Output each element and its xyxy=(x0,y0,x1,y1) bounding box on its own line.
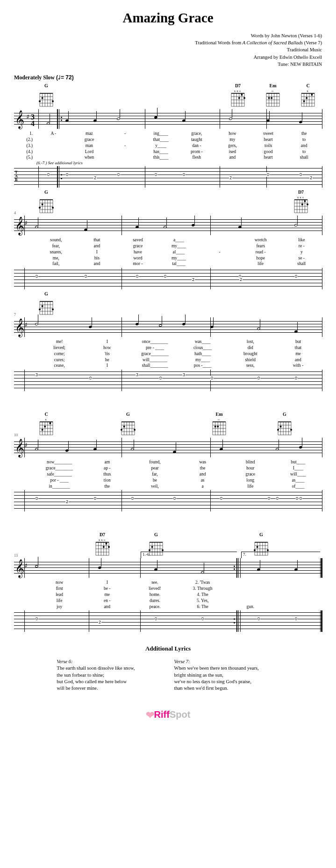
lyric-row: me,hiswordmy____hopese - xyxy=(14,255,322,261)
lyric-row: sound,thatsaveda____wretchlike xyxy=(14,237,322,243)
svg-point-163 xyxy=(103,546,105,548)
svg-point-179 xyxy=(162,549,164,551)
lyric-row: now________amfound,wasblindbut____ xyxy=(14,459,322,465)
chord-diagram-g: G xyxy=(37,189,55,214)
song-title: Amazing Grace xyxy=(14,10,322,26)
lyric-row: cease,Ishall________pos -____sess,with - xyxy=(14,363,322,369)
svg-point-122 xyxy=(121,429,122,431)
chord-diagram-d7: D7xxo xyxy=(229,83,247,108)
tablature-staff: 020000 xyxy=(14,610,322,632)
lyric-row: lifeen -dures.5. Yes, xyxy=(14,598,322,604)
chord-diagram-d7: D7xxo xyxy=(292,189,310,214)
svg-point-95 xyxy=(42,305,43,307)
svg-point-137 xyxy=(217,426,219,427)
svg-point-66 xyxy=(39,207,41,209)
svg-point-108 xyxy=(42,429,43,431)
chord-diagram-em: Emo xyxy=(210,412,228,436)
chord-diagram-g: G xyxy=(37,83,55,108)
tablature-staff: TAB 0020002002 xyxy=(14,166,322,188)
music-system: G D7xxo Emo Cx 𝄞 ♯ 34 1.A -maz-ing____gr… xyxy=(14,83,322,188)
lyric-row: in________theveil,alifeof____ xyxy=(14,483,322,490)
svg-point-94 xyxy=(39,308,41,310)
lyric-row: firstbe -lieved!3. Through xyxy=(14,586,322,592)
chord-diagram-c: Cx xyxy=(37,412,55,436)
svg-point-82 xyxy=(307,203,308,205)
treble-clef-icon: 𝄞 xyxy=(15,440,24,456)
tablature-staff: 0200000000 xyxy=(14,490,322,511)
svg-point-177 xyxy=(149,549,150,551)
lyrics-block: 1.A -maz-ing____grace,howsweetthe (2.)gr… xyxy=(14,131,322,165)
svg-point-81 xyxy=(304,200,306,202)
chord-diagram-g: G xyxy=(37,291,55,316)
lyrics-block: me!Ionce________was____lost,but lieved;h… xyxy=(14,339,322,369)
music-system: Cx G Emo G 10 𝄞 ♯ now________amfound,was… xyxy=(14,412,322,511)
lyric-row: (4.)Lordhas____prom -isedgoodto xyxy=(14,149,322,155)
lyric-row: joyandpeace.6. Thegun. xyxy=(14,604,322,610)
sheet-music-page: Amazing Grace Words by John Newton (Vers… xyxy=(0,0,336,735)
lyric-row: lieved;howpre - ____cious____didthat xyxy=(14,345,322,351)
additional-lyrics-section: Additional Lyrics Verse 6: The earth sha… xyxy=(14,645,322,692)
chord-diagram-c: Cx xyxy=(299,83,317,108)
lyric-row: (5.)whenthis____fleshandheartshall xyxy=(14,154,322,161)
lyric-row: (3.)man-y____dan -gers,toilsand xyxy=(14,143,322,149)
svg-point-27 xyxy=(243,97,245,99)
tab-label: TAB xyxy=(15,171,18,182)
additional-verse: Verse 7: When we've been there ten thous… xyxy=(174,659,279,692)
credit-line: Tune: NEW BRITAIN xyxy=(14,61,322,68)
svg-point-165 xyxy=(108,546,110,548)
treble-clef-icon: 𝄞 xyxy=(15,218,24,234)
credit-line: Words by John Newton (Verses 1-6) xyxy=(14,32,322,39)
svg-point-80 xyxy=(301,203,303,205)
lyric-row: 1.A -maz-ing____grace,howsweetthe xyxy=(14,131,322,137)
music-system: D7xxo G G 131.-6. 7. 𝄞 ♯ nowIsee.2. 'Twa… xyxy=(14,532,322,632)
chord-strip: G D7xxo Emo Cx xyxy=(14,83,322,108)
svg-point-149 xyxy=(277,429,279,431)
lyric-row: nowIsee.2. 'Twas xyxy=(14,580,322,586)
lyric-row: cures;hewill________my____shieldand xyxy=(14,357,322,363)
credits-block: Words by John Newton (Verses 1-6) Tradit… xyxy=(14,32,322,68)
treble-staff: 131.-6. 7. 𝄞 ♯ xyxy=(14,558,322,578)
svg-point-110 xyxy=(49,422,51,424)
lyric-row: snares,Ihaveal____-read -y xyxy=(14,249,322,255)
svg-point-67 xyxy=(42,203,43,205)
lyric-row: come;'tisgrace________hath____broughtme xyxy=(14,351,322,357)
music-system: G 7 𝄞 ♯ me!Ionce________was____lost,but … xyxy=(14,291,322,391)
treble-staff: 7 𝄞 ♯ xyxy=(14,317,322,337)
volta-1: 1.-6. xyxy=(141,552,237,558)
lyrics-block: nowIsee.2. 'Twas firstbe -lieved!3. Thro… xyxy=(14,580,322,609)
chord-diagram-g: G xyxy=(276,412,293,436)
svg-point-96 xyxy=(52,308,54,310)
heart-icon: ❤ xyxy=(146,709,154,721)
svg-point-39 xyxy=(268,97,270,99)
svg-point-13 xyxy=(52,100,54,102)
key-signature: ♯ xyxy=(24,321,28,329)
lyric-row: safe________thusfar,andgracewill____ xyxy=(14,471,322,477)
key-signature: ♯ xyxy=(24,219,28,227)
key-signature: ♯ xyxy=(26,113,29,121)
svg-point-26 xyxy=(241,94,243,96)
lyric-row: me!Ionce________was____lost,but xyxy=(14,339,322,345)
lyric-row: fear,andgracemy____fearsre - xyxy=(14,243,322,249)
lyric-row: grace________ap -pearthehourI____ xyxy=(14,465,322,471)
svg-point-68 xyxy=(52,207,54,209)
svg-point-192 xyxy=(257,546,258,548)
lyric-row: leadmehome.4. The xyxy=(14,592,322,598)
music-system: G D7xxo 4 𝄞 ♯ sound,thatsaveda____wretch… xyxy=(14,189,322,289)
treble-clef-icon: 𝄞 xyxy=(15,560,24,576)
lyrics-block: now________amfound,wasblindbut____ grace… xyxy=(14,459,322,489)
key-signature: ♯ xyxy=(24,562,28,570)
svg-point-11 xyxy=(39,100,41,102)
treble-clef-icon: 𝄞 xyxy=(15,112,24,127)
svg-point-123 xyxy=(123,426,125,427)
treble-clef-icon: 𝄞 xyxy=(15,320,24,336)
chord-strip: Cx G Emo G xyxy=(14,412,322,437)
volta-2: 7. xyxy=(241,552,320,558)
lyric-row: por - ____tionbeaslongas____ xyxy=(14,477,322,483)
lyric-row: fail,andmor -tal____lifeshall xyxy=(14,261,322,267)
lyrics-block: sound,thatsaveda____wretchlike fear,andg… xyxy=(14,237,322,267)
chord-diagram-d7: D7xxo xyxy=(93,532,111,557)
tempo-marking: Moderately Slow (♩= 72) xyxy=(14,74,322,81)
treble-staff: 10 𝄞 ♯ xyxy=(14,438,322,457)
lyric-row: (2.)gracethat____taughtmyheartto xyxy=(14,137,322,143)
svg-point-54 xyxy=(311,94,313,96)
